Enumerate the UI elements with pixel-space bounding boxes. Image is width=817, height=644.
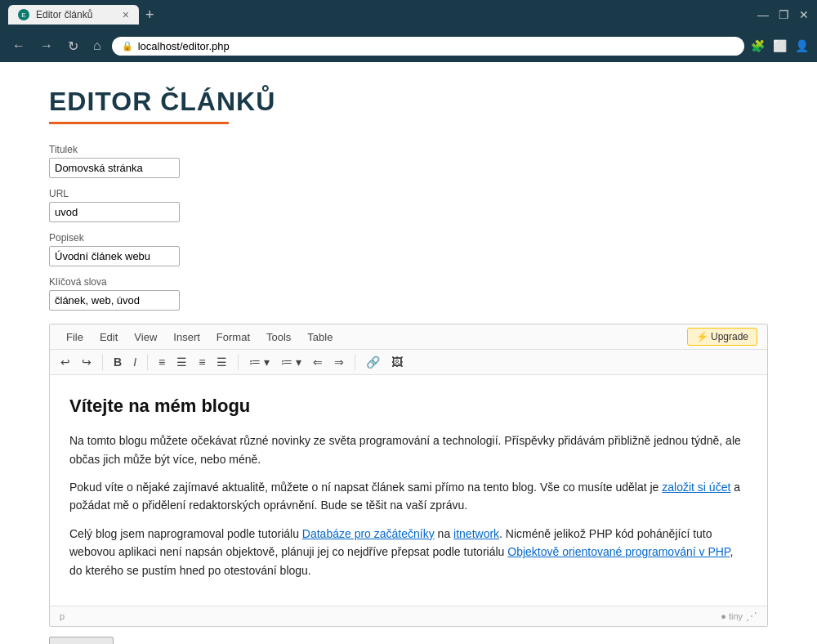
menu-insert[interactable]: Insert [167, 329, 207, 346]
link-button[interactable]: 🔗 [362, 353, 384, 371]
content-paragraph-2: Pokud víte o nějaké zajímavé aktualitě, … [69, 478, 748, 515]
sidebar-icon[interactable]: ⬜ [773, 39, 787, 52]
content-heading: Vítejte na mém blogu [69, 391, 748, 420]
menu-table[interactable]: Table [301, 329, 339, 346]
profile-icon[interactable]: 👤 [795, 39, 809, 52]
keywords-label: Klíčová slova [49, 276, 768, 288]
browser-toolbar: ← → ↻ ⌂ 🔒 localhost/editor.php 🧩 ⬜ 👤 [0, 29, 817, 62]
minimize-button[interactable]: — [757, 8, 769, 21]
paragraph3-link3[interactable]: Objektově orientované programování v PHP [507, 545, 730, 558]
tiny-logo: ● tiny [721, 611, 743, 621]
browser-tab[interactable]: E Editor článků × [8, 5, 139, 25]
url-input[interactable] [49, 202, 180, 222]
align-left-button[interactable]: ≡ [154, 353, 169, 371]
form-group-titulek: Titulek [49, 144, 768, 178]
tab-close-button[interactable]: × [123, 8, 129, 21]
form-group-keywords: Klíčová slova [49, 276, 768, 311]
editor-toolbar: ↩ ↪ B I ≡ ☰ ≡ ☰ ≔ ▾ ≔ ▾ ⇐ ⇒ 🔗 🖼 [50, 350, 767, 375]
paragraph3-middle: na [435, 527, 453, 540]
paragraph3-link2[interactable]: itnetwork [453, 527, 499, 540]
close-button[interactable]: ✕ [799, 8, 809, 21]
menu-format[interactable]: Format [210, 329, 257, 346]
form-group-url: URL [49, 188, 768, 222]
tiny-text: tiny [729, 611, 743, 621]
menu-view[interactable]: View [127, 329, 163, 346]
indent-button[interactable]: ⇒ [330, 353, 348, 371]
address-bar[interactable]: 🔒 localhost/editor.php [112, 37, 744, 56]
titulek-input[interactable] [49, 158, 180, 178]
extensions-icon[interactable]: 🧩 [751, 39, 765, 52]
browser-window: E Editor článků × + — ❐ ✕ ← → ↻ ⌂ 🔒 loca… [0, 0, 817, 644]
redo-button[interactable]: ↪ [78, 353, 96, 371]
menu-edit[interactable]: Edit [93, 329, 124, 346]
tiny-dot: ● [721, 611, 726, 621]
paragraph2-before: Pokud víte o nějaké zajímavé aktualitě, … [69, 481, 662, 494]
refresh-button[interactable]: ↻ [64, 37, 83, 56]
undo-button[interactable]: ↩ [56, 353, 74, 371]
editor-footer: p ● tiny ⋰ [50, 606, 767, 626]
forward-button[interactable]: → [36, 37, 57, 55]
toolbar-separator-1 [102, 354, 103, 370]
paragraph2-link1[interactable]: založit si účet [662, 481, 730, 494]
popisek-input[interactable] [49, 246, 180, 266]
image-button[interactable]: 🖼 [387, 353, 407, 371]
bullet-list-button[interactable]: ≔ ▾ [245, 353, 274, 371]
align-right-button[interactable]: ≡ [194, 353, 209, 371]
lock-icon: 🔒 [122, 41, 133, 51]
menu-file[interactable]: File [60, 329, 90, 346]
titulek-label: Titulek [49, 144, 768, 155]
form-group-popisek: Popisek [49, 232, 768, 266]
paragraph3-link1[interactable]: Databáze pro začátečníky [302, 527, 435, 540]
editor-body[interactable]: Vítejte na mém blogu Na tomto blogu může… [50, 375, 767, 606]
content-paragraph-1: Na tomto blogu můžete očekávat různé nov… [69, 432, 748, 468]
menu-tools[interactable]: Tools [260, 329, 297, 346]
resize-handle[interactable]: ⋰ [746, 610, 757, 623]
italic-button[interactable]: I [129, 353, 141, 371]
keywords-input[interactable] [49, 290, 180, 311]
editor-container: File Edit View Insert Format Tools Table… [49, 324, 768, 627]
address-text: localhost/editor.php [138, 40, 230, 52]
editor-tag-indicator: p [60, 611, 65, 621]
tab-title-text: Editor článků [36, 9, 92, 20]
toolbar-separator-2 [147, 354, 148, 370]
numbered-list-button[interactable]: ≔ ▾ [277, 353, 306, 371]
browser-actions: 🧩 ⬜ 👤 [751, 39, 809, 52]
browser-titlebar: E Editor článků × + — ❐ ✕ [0, 0, 817, 29]
content-paragraph-3: Celý blog jsem naprogramoval podle tutor… [69, 525, 748, 579]
editor-menubar: File Edit View Insert Format Tools Table… [50, 324, 767, 350]
paragraph3-before: Celý blog jsem naprogramoval podle tutor… [69, 527, 302, 540]
submit-button[interactable]: Odeslat [49, 637, 114, 644]
home-button[interactable]: ⌂ [89, 37, 105, 55]
upgrade-button[interactable]: ⚡ Upgrade [687, 328, 757, 346]
page-content: EDITOR ČLÁNKŮ Titulek URL Popisek Klíčov… [0, 62, 817, 644]
bold-button[interactable]: B [109, 353, 126, 371]
align-justify-button[interactable]: ☰ [212, 353, 231, 371]
back-button[interactable]: ← [8, 37, 29, 55]
window-controls: — ❐ ✕ [757, 8, 809, 21]
toolbar-separator-3 [238, 354, 239, 370]
popisek-label: Popisek [49, 232, 768, 244]
outdent-button[interactable]: ⇐ [309, 353, 327, 371]
align-center-button[interactable]: ☰ [172, 353, 191, 371]
url-label: URL [49, 188, 768, 199]
new-tab-button[interactable]: + [145, 7, 154, 24]
title-underline [49, 122, 229, 124]
toolbar-separator-4 [355, 354, 355, 370]
page-title: EDITOR ČLÁNKŮ [49, 87, 768, 117]
restore-button[interactable]: ❐ [779, 8, 789, 21]
tab-favicon: E [18, 9, 29, 20]
